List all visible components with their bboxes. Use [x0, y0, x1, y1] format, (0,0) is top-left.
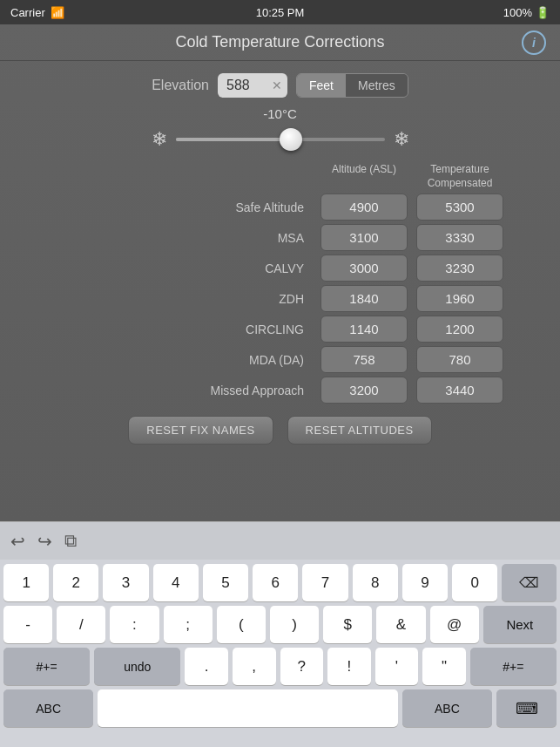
delete-key[interactable]: ⌫	[502, 564, 557, 601]
slider-fill	[176, 138, 291, 141]
key-at[interactable]: @	[430, 606, 479, 643]
row-label: Missed Approach	[52, 384, 316, 397]
action-row: RESET FIX NAMES RESET ALTITUDES	[0, 416, 560, 445]
key-7[interactable]: 7	[302, 564, 347, 601]
row-cell-asl[interactable]	[320, 285, 408, 312]
key-6[interactable]: 6	[253, 564, 298, 601]
battery-label: 100%	[503, 6, 532, 19]
key-colon[interactable]: :	[110, 606, 159, 643]
key-abc-right[interactable]: ABC	[402, 689, 492, 727]
key-1[interactable]: 1	[3, 564, 49, 601]
row-cell-asl[interactable]	[320, 346, 408, 373]
row-cell-asl[interactable]	[320, 255, 408, 282]
snowflake-right-icon: ❄	[394, 128, 409, 151]
key-comma[interactable]: ,	[233, 648, 276, 685]
elevation-label: Elevation	[152, 78, 209, 93]
key-dollar[interactable]: $	[323, 606, 372, 643]
status-left: Carrier 📶	[10, 6, 64, 19]
table-row: CIRCLING 1200	[52, 316, 508, 343]
unit-metres-button[interactable]: Metres	[346, 74, 408, 97]
key-semicolon[interactable]: ;	[164, 606, 213, 643]
info-button[interactable]: i	[522, 31, 546, 55]
main-content: Cold Temperature Corrections i Elevation…	[0, 24, 560, 521]
row-cell-asl[interactable]	[320, 316, 408, 343]
status-right: 100% 🔋	[503, 6, 550, 19]
battery-icon: 🔋	[536, 6, 550, 19]
row-label: CIRCLING	[52, 323, 316, 336]
key-row-more: #+= undo . , ? ! ' " #+=	[3, 648, 557, 685]
key-row-digits: 1 2 3 4 5 6 7 8 9 0 ⌫	[3, 564, 557, 601]
col-header-compensated: Temperature Compensated	[412, 163, 508, 190]
paste-toolbar-icon[interactable]: ⧉	[64, 531, 77, 551]
table-rows-container: Safe Altitude 5300 MSA 3330 CALVY 3230 Z…	[52, 194, 508, 404]
col-header-asl: Altitude (ASL)	[316, 163, 412, 190]
key-slash[interactable]: /	[57, 606, 105, 643]
key-2[interactable]: 2	[53, 564, 98, 601]
slider-row: ❄ ❄	[0, 123, 560, 160]
row-cell-compensated: 5300	[416, 194, 503, 221]
key-rparen[interactable]: )	[270, 606, 319, 643]
unit-btn-group: Feet Metres	[296, 73, 408, 98]
wifi-icon: 📶	[51, 6, 64, 19]
key-9[interactable]: 9	[402, 564, 448, 601]
temperature-label: -10°C	[0, 106, 560, 121]
unit-feet-button[interactable]: Feet	[297, 74, 346, 97]
key-ampersand[interactable]: &	[376, 606, 425, 643]
keyboard-section: ↩ ↪ ⧉ 1 2 3 4 5 6 7 8 9 0 ⌫ - / : ; ( ) …	[0, 521, 560, 747]
key-hashplus2[interactable]: #+=	[470, 648, 557, 685]
key-apostrophe[interactable]: '	[375, 648, 419, 685]
snowflake-left-icon: ❄	[152, 128, 167, 151]
altitude-table: Altitude (ASL) Temperature Compensated S…	[0, 163, 560, 404]
status-center: 10:25 PM	[256, 6, 305, 19]
table-row: MDA (DA) 780	[52, 346, 508, 373]
reset-altitudes-button[interactable]: RESET ALTITUDES	[287, 416, 432, 445]
key-undo[interactable]: undo	[94, 648, 180, 685]
key-lparen[interactable]: (	[217, 606, 266, 643]
key-0[interactable]: 0	[452, 564, 497, 601]
row-label: ZDH	[52, 292, 316, 306]
table-row: MSA 3330	[52, 224, 508, 251]
key-row-bottom: ABC ABC ⌨	[3, 689, 557, 727]
key-space[interactable]	[98, 689, 397, 727]
reset-fix-names-button[interactable]: RESET FIX NAMES	[128, 416, 273, 445]
key-question[interactable]: ?	[280, 648, 324, 685]
key-dash[interactable]: -	[3, 606, 52, 643]
row-cell-compensated: 3440	[416, 377, 503, 404]
key-period[interactable]: .	[185, 648, 228, 685]
elevation-row: Elevation ✕ Feet Metres	[0, 61, 560, 103]
page-title: Cold Temperature Corrections	[176, 33, 385, 51]
keyboard-toolbar: ↩ ↪ ⧉	[0, 521, 560, 560]
slider-thumb[interactable]	[280, 128, 302, 151]
carrier-label: Carrier	[10, 6, 45, 19]
temperature-slider[interactable]	[176, 138, 385, 141]
clear-button[interactable]: ✕	[272, 78, 282, 92]
key-hashplus[interactable]: #+=	[3, 648, 90, 685]
keyboard-rows: 1 2 3 4 5 6 7 8 9 0 ⌫ - / : ; ( ) $ & @ …	[0, 560, 560, 747]
key-row-symbols: - / : ; ( ) $ & @ Next	[3, 606, 557, 643]
row-cell-asl[interactable]	[320, 224, 408, 251]
title-bar: Cold Temperature Corrections i	[0, 24, 560, 61]
redo-toolbar-icon[interactable]: ↪	[37, 531, 52, 552]
row-cell-compensated: 3230	[416, 255, 503, 282]
row-label: MDA (DA)	[52, 353, 316, 367]
next-key[interactable]: Next	[483, 606, 557, 643]
row-cell-compensated: 3330	[416, 224, 503, 251]
key-4[interactable]: 4	[153, 564, 199, 601]
table-row: Safe Altitude 5300	[52, 194, 508, 221]
key-exclaim[interactable]: !	[327, 648, 371, 685]
row-cell-asl[interactable]	[320, 377, 408, 404]
row-label: MSA	[52, 231, 316, 245]
status-bar: Carrier 📶 10:25 PM 100% 🔋	[0, 0, 560, 24]
undo-toolbar-icon[interactable]: ↩	[10, 531, 25, 552]
key-abc-left[interactable]: ABC	[3, 689, 93, 727]
table-row: ZDH 1960	[52, 285, 508, 312]
key-8[interactable]: 8	[353, 564, 398, 601]
row-cell-asl[interactable]	[320, 194, 408, 221]
key-3[interactable]: 3	[103, 564, 148, 601]
table-row: CALVY 3230	[52, 255, 508, 282]
key-quote[interactable]: "	[422, 648, 466, 685]
table-header: Altitude (ASL) Temperature Compensated	[52, 163, 508, 190]
row-cell-compensated: 780	[416, 346, 503, 373]
key-emoji[interactable]: ⌨	[496, 689, 557, 727]
key-5[interactable]: 5	[203, 564, 248, 601]
